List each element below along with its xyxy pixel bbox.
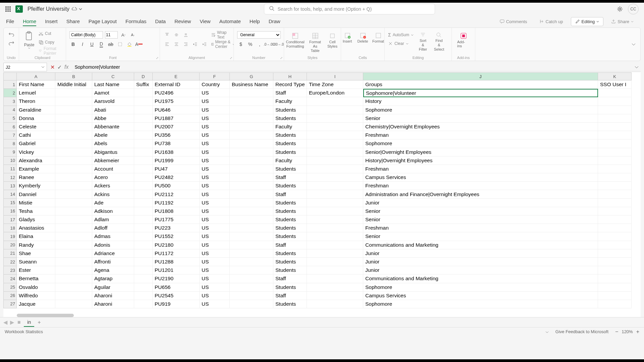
row-header[interactable]: 6: [3, 123, 17, 131]
cell[interactable]: PU1172: [153, 249, 200, 258]
cell[interactable]: PU2180: [153, 241, 200, 249]
cell[interactable]: [134, 275, 153, 283]
cell[interactable]: Abels: [92, 139, 134, 148]
cell[interactable]: [55, 131, 92, 139]
row-header[interactable]: 3: [3, 97, 17, 106]
format-cells-button[interactable]: Format: [372, 31, 385, 44]
cell[interactable]: Staff: [273, 275, 307, 283]
cell[interactable]: [134, 258, 153, 266]
cell[interactable]: US: [200, 275, 230, 283]
row-header[interactable]: 7: [3, 131, 17, 139]
row-header[interactable]: 1: [3, 80, 17, 89]
cell[interactable]: US: [200, 190, 230, 198]
cell[interactable]: US: [200, 148, 230, 157]
cell[interactable]: [230, 173, 273, 182]
cell[interactable]: [230, 114, 273, 123]
cell[interactable]: Danniel: [17, 190, 55, 198]
cell[interactable]: [230, 266, 273, 275]
cell[interactable]: US: [200, 232, 230, 241]
status-menu-icon[interactable]: [545, 329, 549, 334]
cell[interactable]: PU646: [153, 106, 200, 114]
align-bottom-icon[interactable]: [182, 31, 190, 39]
cell[interactable]: [134, 106, 153, 114]
cell[interactable]: [598, 292, 632, 300]
cell[interactable]: US: [200, 283, 230, 292]
cell[interactable]: [598, 97, 632, 106]
cell[interactable]: Bernetta: [17, 275, 55, 283]
cell[interactable]: [307, 249, 363, 258]
search-input[interactable]: Search for tools, help, and more (Option…: [264, 4, 435, 14]
cell[interactable]: PU1638: [153, 148, 200, 157]
row-header[interactable]: 17: [3, 216, 17, 224]
select-all-corner[interactable]: [3, 72, 17, 80]
zoom-out-button[interactable]: −: [615, 329, 618, 335]
cell[interactable]: Abele: [92, 131, 134, 139]
cell[interactable]: Agtarap: [92, 275, 134, 283]
cell[interactable]: Admas: [92, 232, 134, 241]
cell[interactable]: Agena: [92, 266, 134, 275]
cell[interactable]: US: [200, 216, 230, 224]
cell[interactable]: [134, 182, 153, 190]
cell[interactable]: Freshman: [363, 131, 598, 139]
cell[interactable]: [230, 224, 273, 232]
cell[interactable]: [55, 241, 92, 249]
cell[interactable]: Anastasios: [17, 224, 55, 232]
cell[interactable]: [55, 114, 92, 123]
undo-icon[interactable]: [8, 32, 14, 38]
cell[interactable]: [134, 89, 153, 97]
cell[interactable]: [230, 131, 273, 139]
cell[interactable]: Staff: [273, 241, 307, 249]
ribbon-expand-icon[interactable]: [632, 41, 636, 47]
cell[interactable]: US: [200, 258, 230, 266]
cell[interactable]: Senior: [363, 114, 598, 123]
cell[interactable]: US: [200, 249, 230, 258]
cell[interactable]: [230, 216, 273, 224]
cell[interactable]: Senior: [363, 216, 598, 224]
cell[interactable]: US: [200, 165, 230, 173]
cell[interactable]: [230, 207, 273, 216]
cell[interactable]: History|Overnight Employees: [363, 157, 598, 165]
double-underline-button[interactable]: D: [98, 41, 105, 48]
cell[interactable]: US: [200, 224, 230, 232]
cell[interactable]: [307, 292, 363, 300]
cell[interactable]: US: [200, 199, 230, 207]
cell[interactable]: PU656: [153, 283, 200, 292]
font-dialog-launcher-icon[interactable]: ⤢: [156, 56, 159, 60]
column-header[interactable]: F: [200, 72, 230, 80]
cell[interactable]: Elaina: [17, 232, 55, 241]
cell[interactable]: PU919: [153, 300, 200, 308]
cell[interactable]: Mistie: [17, 199, 55, 207]
feedback-link[interactable]: Give Feedback to Microsoft: [555, 329, 608, 334]
clear-button[interactable]: Clear: [388, 40, 414, 47]
cell[interactable]: Last Name: [92, 80, 134, 89]
cell[interactable]: PU223: [153, 224, 200, 232]
cell[interactable]: [307, 123, 363, 131]
cell[interactable]: Staff: [273, 292, 307, 300]
cell[interactable]: US: [200, 241, 230, 249]
row-header[interactable]: 25: [3, 283, 17, 292]
cell[interactable]: Staff: [273, 190, 307, 198]
increase-font-icon[interactable]: A↑: [120, 31, 127, 39]
cell[interactable]: [230, 139, 273, 148]
align-right-icon[interactable]: [182, 41, 190, 48]
font-color-button[interactable]: A: [135, 41, 143, 48]
cell[interactable]: Ester: [17, 266, 55, 275]
cell[interactable]: [307, 97, 363, 106]
cell[interactable]: [307, 232, 363, 241]
cell[interactable]: Faculty: [273, 123, 307, 131]
column-header[interactable]: K: [598, 72, 632, 80]
cell[interactable]: [134, 283, 153, 292]
menu-item-view[interactable]: View: [200, 17, 210, 26]
cell[interactable]: Students: [273, 114, 307, 123]
cell[interactable]: [598, 157, 632, 165]
cell[interactable]: PU1999: [153, 157, 200, 165]
cell[interactable]: [230, 165, 273, 173]
cell[interactable]: US: [200, 207, 230, 216]
cell[interactable]: Randy: [17, 241, 55, 249]
insert-cells-button[interactable]: Insert: [341, 31, 354, 44]
cell[interactable]: [55, 283, 92, 292]
cell[interactable]: Vickey: [17, 148, 55, 157]
cell[interactable]: [230, 292, 273, 300]
column-header[interactable]: J: [363, 72, 598, 80]
cell[interactable]: [55, 292, 92, 300]
